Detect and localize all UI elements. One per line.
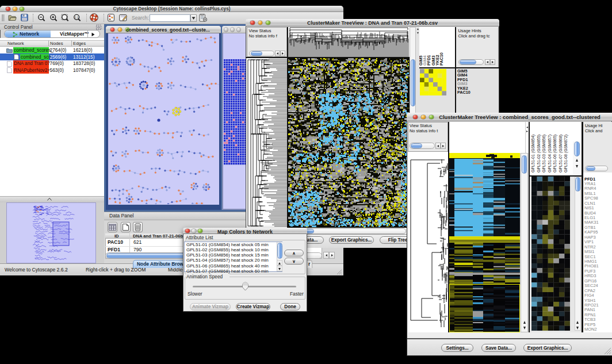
svg-text:GPL51-08 (GSM872): GPL51-08 (GSM872) (564, 135, 568, 173)
svg-text:GPL51-02 (GSM855): GPL51-02 (GSM855) (537, 135, 541, 173)
svg-text:GPL51-04 (GSM857): GPL51-04 (GSM857) (548, 135, 552, 173)
svg-text:GPL51-07 (GSM868): GPL51-07 (GSM868) (559, 135, 563, 173)
svg-text:GPL51-06 (GSM865): GPL51-06 (GSM865) (553, 135, 557, 173)
svg-text:1:1: 1:1 (75, 16, 79, 19)
svg-text:PAC10: PAC10 (439, 52, 444, 66)
svg-text:GPL51-01 (GSM854): GPL51-01 (GSM854) (531, 135, 536, 173)
svg-text:GPL51-03 (GSM856): GPL51-03 (GSM856) (542, 135, 546, 173)
